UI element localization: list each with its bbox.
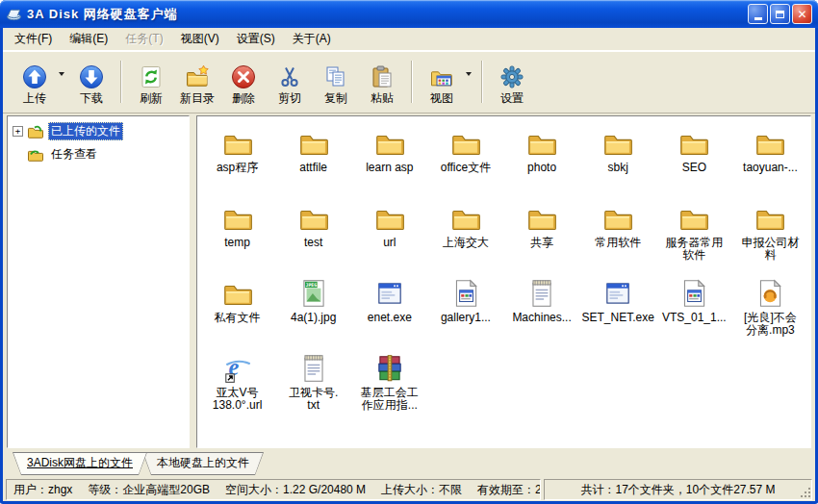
- folder-item-14[interactable]: 服务器常用 软件: [656, 199, 732, 272]
- status-segment-3: 上传大小：不限: [381, 482, 462, 498]
- file-item-label: [光良]不会 分离.mp3: [744, 312, 797, 337]
- upload-dropdown-button[interactable]: [59, 72, 64, 76]
- file-item-label: sbkj: [608, 162, 628, 174]
- exe-file-icon: [373, 277, 406, 310]
- file-item-22[interactable]: VTS_01_1...: [656, 274, 732, 347]
- file-item-label: taoyuan-...: [743, 162, 798, 174]
- toolbar-new-folder-button[interactable]: 新目录: [175, 58, 219, 106]
- folder-item-5[interactable]: sbkj: [580, 124, 656, 197]
- minimize-button[interactable]: [748, 4, 768, 24]
- tab-1[interactable]: 本地硬盘上的文件: [142, 452, 264, 475]
- folder-icon: [449, 202, 482, 235]
- toolbar-copy-button[interactable]: 复制: [314, 58, 358, 106]
- paste-icon: [370, 64, 395, 89]
- file-item-24[interactable]: e亚太V号 138.0°.url: [199, 349, 275, 422]
- status-bar: 用户：zhgx等级：企业高端型20GB空间大小：1.22 G/20480 M上传…: [3, 477, 815, 501]
- folder-item-2[interactable]: learn asp: [351, 124, 427, 197]
- file-grid: asp程序attfilelearn aspoffice文件photosbkjSE…: [199, 124, 808, 422]
- folder-item-7[interactable]: taoyuan-...: [732, 124, 808, 197]
- file-item-26[interactable]: 基层工会工 作应用指...: [351, 349, 427, 422]
- minimize-icon: [754, 17, 762, 20]
- menu-item-1[interactable]: 编辑(E): [61, 28, 116, 50]
- view-dropdown-button[interactable]: [466, 72, 472, 76]
- toolbar-view-button[interactable]: 视图: [420, 58, 464, 106]
- close-button[interactable]: ✕: [792, 4, 812, 24]
- menu-item-0[interactable]: 文件(F): [6, 28, 61, 50]
- resize-grip[interactable]: [799, 486, 811, 498]
- file-item-20[interactable]: Machines...: [504, 274, 580, 347]
- file-item-label: photo: [527, 162, 556, 174]
- menu-item-3[interactable]: 视图(V): [172, 28, 228, 50]
- title-bar: 3A Disk 网络硬盘客户端 ✕: [0, 0, 818, 28]
- rar-file-icon: [373, 352, 406, 385]
- folder-item-0[interactable]: asp程序: [199, 124, 275, 197]
- menu-item-5[interactable]: 关于(A): [284, 28, 340, 50]
- file-item-19[interactable]: gallery1...: [427, 274, 503, 347]
- menu-bar: 文件(F)编辑(E)任务(T)视图(V)设置(S)关于(A): [3, 28, 815, 51]
- toolbar-refresh-button[interactable]: 刷新: [129, 58, 173, 106]
- folder-item-13[interactable]: 常用软件: [580, 199, 656, 272]
- folder-item-15[interactable]: 申报公司材 料: [732, 199, 808, 272]
- toolbar-settings-button[interactable]: 设置: [490, 58, 534, 106]
- tree-item-0[interactable]: +已上传的文件: [11, 121, 186, 141]
- maximize-icon: [776, 11, 784, 18]
- status-total: 共计：17个文件夹，10个文件27.57 M: [580, 482, 775, 498]
- status-segment-2: 空间大小：1.22 G/20480 M: [225, 482, 366, 498]
- htmlpic-file-icon: [677, 277, 710, 310]
- maximize-button[interactable]: [770, 4, 790, 24]
- tree-expander-icon[interactable]: +: [13, 126, 23, 137]
- txt-file-icon: [297, 352, 330, 385]
- mp3-file-icon: [754, 277, 786, 310]
- folder-item-6[interactable]: SEO: [656, 124, 732, 197]
- folder-item-11[interactable]: 上海交大: [427, 199, 503, 272]
- uploaded-files-folder-icon: [27, 123, 44, 140]
- file-item-label: asp程序: [217, 162, 258, 174]
- file-item-label: 常用软件: [595, 237, 641, 249]
- folder-icon: [221, 127, 254, 160]
- tree-item-1[interactable]: 任务查看: [11, 144, 186, 164]
- folder-icon: [525, 127, 558, 160]
- settings-icon: [499, 64, 524, 89]
- app-window: 3A Disk 网络硬盘客户端 ✕ 文件(F)编辑(E)任务(T)视图(V)设置…: [0, 0, 818, 504]
- folder-icon: [601, 202, 634, 235]
- file-item-21[interactable]: SET_NET.exe: [580, 274, 656, 347]
- file-item-23[interactable]: [光良]不会 分离.mp3: [732, 274, 808, 347]
- file-item-label: learn asp: [366, 162, 413, 174]
- jpeg-file-icon: JPEG: [297, 277, 330, 310]
- file-item-label: Machines...: [512, 312, 571, 324]
- tab-0[interactable]: 3ADisk网盘上的文件: [13, 452, 147, 475]
- file-item-label: 上海交大: [443, 237, 489, 249]
- folder-icon: [221, 202, 254, 235]
- copy-icon: [323, 64, 348, 89]
- toolbar: 上传下载刷新新目录删除剪切复制粘贴视图设置: [3, 51, 815, 113]
- folder-item-8[interactable]: temp: [199, 199, 275, 272]
- toolbar-upload-button[interactable]: 上传: [13, 58, 57, 106]
- content-area: +已上传的文件任务查看 asp程序attfilelearn aspoffice文…: [3, 113, 815, 451]
- folder-item-16[interactable]: 私有文件: [199, 274, 275, 347]
- folder-item-10[interactable]: url: [351, 199, 427, 272]
- folder-item-4[interactable]: photo: [504, 124, 580, 197]
- tree-item-label: 任务查看: [48, 145, 100, 164]
- toolbar-paste-button[interactable]: 粘贴: [360, 58, 404, 106]
- file-item-25[interactable]: 卫视卡号. txt: [275, 349, 351, 422]
- folder-item-1[interactable]: attfile: [275, 124, 351, 197]
- folder-item-3[interactable]: office文件: [427, 124, 503, 197]
- url-file-icon: e: [221, 352, 254, 385]
- file-item-18[interactable]: enet.exe: [351, 274, 427, 347]
- upload-icon: [22, 64, 47, 89]
- status-left: 用户：zhgx等级：企业高端型20GB空间大小：1.22 G/20480 M上传…: [6, 479, 541, 500]
- tab-bar: 3ADisk网盘上的文件本地硬盘上的文件: [3, 451, 815, 477]
- toolbar-delete-button[interactable]: 删除: [221, 58, 266, 106]
- file-item-17[interactable]: JPEG4a(1).jpg: [275, 274, 351, 347]
- status-segment-1: 等级：企业高端型20GB: [88, 482, 210, 498]
- file-item-label: gallery1...: [441, 312, 491, 324]
- toolbar-download-button[interactable]: 下载: [69, 58, 114, 106]
- window-controls: ✕: [748, 4, 812, 24]
- folder-item-12[interactable]: 共享: [504, 199, 580, 272]
- toolbar-cut-button[interactable]: 剪切: [268, 58, 312, 106]
- folder-item-9[interactable]: test: [275, 199, 351, 272]
- file-item-label: 亚太V号 138.0°.url: [213, 387, 263, 412]
- menu-item-4[interactable]: 设置(S): [228, 28, 284, 50]
- refresh-icon: [139, 64, 164, 89]
- menu-item-2[interactable]: 任务(T): [116, 28, 171, 50]
